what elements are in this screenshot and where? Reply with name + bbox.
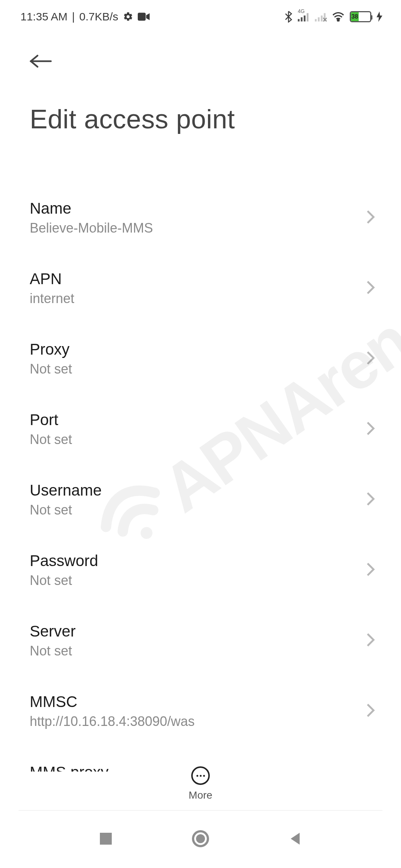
chevron-right-icon — [366, 210, 375, 226]
svg-rect-5 — [315, 19, 317, 21]
chevron-right-icon — [366, 280, 375, 296]
svg-point-11 — [338, 20, 339, 21]
nav-home-button[interactable] — [192, 830, 209, 849]
signal-2-icon — [315, 12, 327, 22]
back-button[interactable] — [30, 48, 56, 74]
status-data-rate: 0.7KB/s — [79, 10, 118, 23]
chevron-right-icon — [366, 421, 375, 437]
chevron-right-icon — [366, 562, 375, 578]
setting-value: Not set — [30, 361, 72, 377]
setting-label: Port — [30, 411, 72, 429]
nav-back-button[interactable] — [288, 831, 303, 848]
battery-percent: 38 — [351, 12, 359, 21]
status-time: 11:35 AM — [20, 10, 68, 23]
signal-1-icon: 4G — [298, 12, 310, 22]
chevron-right-icon — [366, 491, 375, 508]
setting-row-server[interactable]: Server Not set — [0, 605, 401, 676]
svg-rect-2 — [301, 17, 303, 22]
bluetooth-icon — [284, 11, 293, 23]
status-separator: | — [72, 10, 75, 23]
nav-recent-button[interactable] — [98, 831, 113, 848]
chevron-right-icon — [366, 703, 375, 719]
setting-row-name[interactable]: Name Believe-Mobile-MMS — [0, 183, 401, 253]
setting-value: Not set — [30, 502, 102, 518]
setting-value: Not set — [30, 643, 76, 659]
system-navigation-bar — [0, 811, 401, 868]
setting-row-port[interactable]: Port Not set — [0, 394, 401, 464]
setting-row-proxy[interactable]: Proxy Not set — [0, 323, 401, 394]
header: Edit access point — [0, 33, 401, 142]
more-button[interactable]: More — [0, 766, 401, 801]
setting-label: Username — [30, 481, 102, 499]
setting-value: Not set — [30, 573, 98, 588]
svg-point-16 — [196, 834, 205, 843]
status-bar-left: 11:35 AM | 0.7KB/s — [20, 10, 150, 23]
setting-label: Server — [30, 622, 76, 640]
setting-value: http://10.16.18.4:38090/was — [30, 714, 195, 729]
setting-row-apn[interactable]: APN internet — [0, 253, 401, 323]
setting-label: Proxy — [30, 341, 72, 358]
svg-rect-0 — [138, 13, 146, 20]
gear-icon — [123, 11, 133, 22]
svg-rect-14 — [100, 833, 112, 845]
battery-icon: 38 — [350, 11, 371, 22]
svg-rect-6 — [318, 17, 320, 22]
more-icon — [191, 766, 210, 785]
svg-rect-1 — [298, 19, 300, 21]
setting-label: Password — [30, 552, 98, 570]
wifi-icon — [332, 12, 345, 22]
setting-value: Not set — [30, 432, 72, 447]
arrow-left-icon — [30, 54, 52, 69]
svg-rect-7 — [321, 16, 323, 22]
svg-rect-3 — [304, 16, 306, 22]
setting-row-mmsc[interactable]: MMSC http://10.16.18.4:38090/was — [0, 676, 401, 746]
setting-row-username[interactable]: Username Not set — [0, 464, 401, 535]
setting-label: Name — [30, 200, 153, 217]
chevron-right-icon — [366, 351, 375, 367]
svg-rect-4 — [307, 13, 309, 21]
page-title: Edit access point — [30, 104, 371, 134]
setting-label: APN — [30, 270, 74, 288]
charging-icon — [376, 11, 382, 22]
status-bar: 11:35 AM | 0.7KB/s 4G 38 — [0, 0, 401, 33]
camera-icon — [138, 13, 150, 21]
status-bar-right: 4G 38 — [284, 11, 382, 23]
setting-row-password[interactable]: Password Not set — [0, 535, 401, 605]
chevron-right-icon — [366, 632, 375, 649]
setting-value: Believe-Mobile-MMS — [30, 220, 153, 236]
more-label: More — [189, 789, 212, 801]
setting-label: MMSC — [30, 693, 195, 711]
setting-value: internet — [30, 291, 74, 306]
settings-list: Name Believe-Mobile-MMS APN internet Pro… — [0, 183, 401, 772]
